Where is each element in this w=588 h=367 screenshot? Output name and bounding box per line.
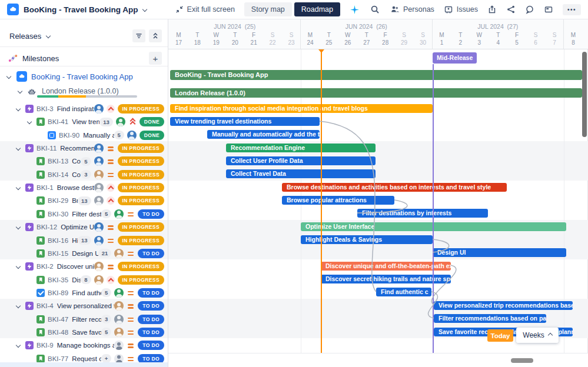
assignee-avatar[interactable] xyxy=(94,275,104,285)
issue-row[interactable]: BKI-11 Recommendation ... IN PROGRESS xyxy=(0,142,168,155)
issue-row[interactable]: BKI-4 View personalized trip re... TO DO xyxy=(0,299,168,312)
app-title-chevron-down-icon[interactable] xyxy=(142,7,147,12)
issue-row[interactable]: BKI-29 Browse po... 13 IN PROGRESS xyxy=(0,194,168,207)
issue-row[interactable]: BKI-47 Filter recommen... 3 TO DO xyxy=(0,313,168,326)
filter-button[interactable] xyxy=(132,29,145,42)
today-button[interactable]: Today xyxy=(487,329,513,342)
assignee-avatar[interactable] xyxy=(94,170,104,179)
summary-bar[interactable]: London Release (1.0.0) xyxy=(170,88,582,98)
issue-row[interactable]: BKI-89 Find authentic cu... 5 TO DO xyxy=(0,286,168,299)
layout-panel-icon[interactable] xyxy=(544,5,553,14)
exit-full-screen-button[interactable]: Exit full screen xyxy=(175,5,235,14)
gantt-bar[interactable]: Filter recommendations based on pa xyxy=(434,314,546,323)
assignee-avatar[interactable] xyxy=(94,222,104,232)
issue-row[interactable]: BKI-15 Design UI 21 TO DO xyxy=(0,247,168,260)
horizontal-scrollbar-thumb[interactable] xyxy=(511,358,533,363)
roadmap-tab[interactable]: Roadmap xyxy=(294,2,340,16)
gantt-bar[interactable]: Filter destinations by interests xyxy=(357,209,488,218)
tree-item-app[interactable]: BooKing - Travel Booking App xyxy=(7,70,133,83)
personas-button[interactable]: Personas xyxy=(390,5,434,14)
story-map-tab[interactable]: Story map xyxy=(244,2,292,16)
assignee-avatar[interactable] xyxy=(94,183,104,192)
assignee-avatar[interactable] xyxy=(116,117,125,126)
vertical-scrollbar-thumb[interactable] xyxy=(582,52,587,137)
ai-sparkle-icon[interactable] xyxy=(350,5,360,15)
assignee-avatar[interactable] xyxy=(94,196,104,205)
more-options-button[interactable]: ••• xyxy=(563,4,581,15)
estimate-badge: 8 xyxy=(81,275,91,284)
releases-chevron-down-icon[interactable] xyxy=(46,34,51,38)
gantt-bar[interactable]: Recommendation Engine xyxy=(226,144,376,152)
gantt-bar[interactable]: Collect Travel Data xyxy=(226,169,376,178)
feedback-icon[interactable] xyxy=(525,5,534,14)
summary-bar[interactable]: BooKing - Travel Booking App xyxy=(170,70,582,80)
expand-chevron-icon[interactable] xyxy=(16,264,21,269)
divider xyxy=(0,66,168,66)
milestone-label[interactable]: Mid-Release xyxy=(433,52,477,64)
assignee-avatar[interactable] xyxy=(94,262,104,271)
share-icon[interactable] xyxy=(506,5,516,14)
gantt-bar[interactable]: View personalized trip recommendations b… xyxy=(434,301,573,310)
assignee-avatar[interactable] xyxy=(94,104,104,114)
assignee-avatar[interactable] xyxy=(114,301,124,311)
expand-chevron-icon[interactable] xyxy=(16,106,21,111)
assignee-avatar[interactable] xyxy=(114,288,124,298)
search-icon[interactable] xyxy=(370,5,380,14)
issue-row[interactable]: BKI-2 Discover unique an... IN PROGRESS xyxy=(0,260,168,273)
gantt-bar[interactable]: Collect User Profile Data xyxy=(226,156,376,165)
issues-button[interactable]: Issues xyxy=(444,5,478,14)
gantt-bar[interactable]: Manually and automatically add the t xyxy=(207,130,320,139)
priority-icon xyxy=(107,196,115,205)
assignee-avatar[interactable] xyxy=(94,144,104,153)
assignee-avatar[interactable] xyxy=(127,131,137,140)
expand-chevron-icon[interactable] xyxy=(27,119,32,124)
assignee-avatar[interactable] xyxy=(94,236,104,245)
export-icon[interactable] xyxy=(487,5,497,14)
issue-row[interactable]: BKI-35 Discover se... 8 IN PROGRESS xyxy=(0,273,168,286)
collapse-all-button[interactable] xyxy=(149,29,162,42)
expand-chevron-icon[interactable] xyxy=(16,146,21,151)
gantt-bar[interactable]: Discover unique and off-the-beaten-path … xyxy=(321,262,451,271)
gantt-bar[interactable]: Browse destinations and activities based… xyxy=(282,183,507,192)
app-expand-chevron-icon[interactable] xyxy=(6,74,11,79)
assignee-avatar[interactable] xyxy=(114,341,124,350)
issue-row[interactable]: BKI-13 Collect Use... 5 IN PROGRESS xyxy=(0,155,168,168)
issue-row[interactable]: BKI-48 Save favorite rec... 5 TO DO xyxy=(0,326,168,339)
issue-type-icon xyxy=(25,144,34,152)
issue-row[interactable]: BKI-14 Collect Tra... 3 IN PROGRESS xyxy=(0,168,168,181)
priority-icon xyxy=(127,315,135,323)
week-column: JUL 2024 (27) M1T2W3T4F5S6S7 xyxy=(433,19,564,49)
assignee-avatar[interactable] xyxy=(114,209,124,219)
gantt-bar[interactable]: Browse popular attractions xyxy=(282,196,394,205)
issue-row[interactable]: BKI-41 View trending tra... 13 DONE xyxy=(0,115,168,128)
issue-row[interactable]: BKI-12 Optimize User Int... IN PROGRESS xyxy=(0,221,168,233)
divider xyxy=(0,46,168,47)
issue-row[interactable]: BKI-90 Manually and auto... 5 DONE xyxy=(0,129,168,142)
gantt-bar[interactable]: View trending travel destinations xyxy=(170,117,320,126)
issue-row[interactable]: BKI-16 Highlight D... 13 IN PROGRESS xyxy=(0,234,168,247)
assignee-avatar[interactable] xyxy=(114,315,124,324)
day-column-header: F28 xyxy=(376,31,395,46)
gantt-bar[interactable]: Discover secret hiking trails and nature… xyxy=(321,275,451,283)
expand-chevron-icon[interactable] xyxy=(16,225,21,229)
assignee-avatar[interactable] xyxy=(94,156,104,166)
expand-chevron-icon[interactable] xyxy=(16,185,21,190)
gantt-bar[interactable]: Design UI xyxy=(433,248,566,257)
releases-dropdown[interactable]: Releases xyxy=(9,32,41,41)
assignee-avatar[interactable] xyxy=(114,328,124,337)
day-column-header: S6 xyxy=(526,31,545,46)
issue-row[interactable]: BKI-1 Browse destination... IN PROGRESS xyxy=(0,181,168,194)
gantt-bar[interactable]: Find authentic c xyxy=(376,288,431,296)
expand-chevron-icon[interactable] xyxy=(16,343,21,348)
assignee-avatar[interactable] xyxy=(114,249,124,258)
priority-icon xyxy=(107,236,115,245)
zoom-level-dropdown[interactable]: Weeks xyxy=(516,328,559,343)
estimate-badge: 13 xyxy=(78,236,91,245)
expand-chevron-icon[interactable] xyxy=(16,303,21,308)
issue-row[interactable]: BKI-30 Filter destination... 5 TO DO xyxy=(0,208,168,221)
gantt-bar[interactable]: Find inspiration through social media in… xyxy=(170,104,433,113)
add-milestone-button[interactable]: + xyxy=(149,52,162,65)
issue-row[interactable]: BKI-9 Manage bookings and re... TO DO xyxy=(0,339,168,352)
issue-row[interactable]: BKI-3 Find inspiration thr... IN PROGRES… xyxy=(0,102,168,115)
release-expand-chevron-icon[interactable] xyxy=(18,89,22,94)
